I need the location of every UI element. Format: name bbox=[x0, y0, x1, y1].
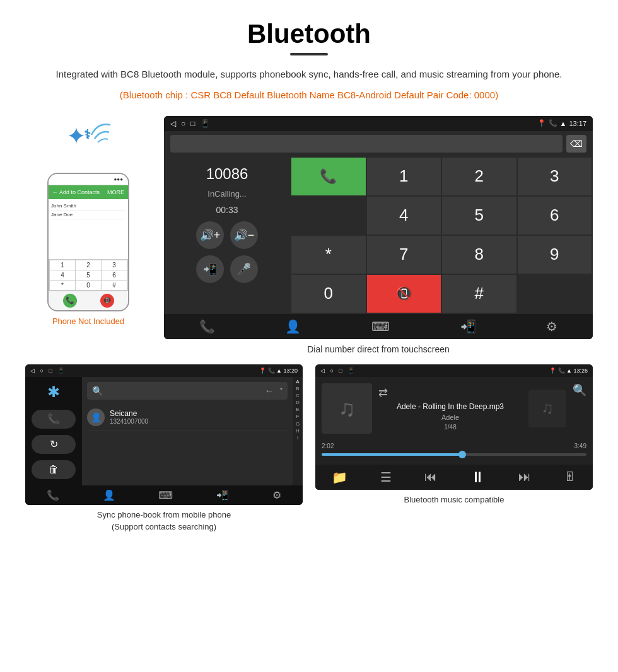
main-content: ✦ ⚕ ●●● ← Add to Contacts MORE Jo bbox=[25, 116, 593, 354]
music-note-icon: ♫ bbox=[339, 395, 356, 422]
nav-contacts-icon[interactable]: 👤 bbox=[285, 319, 301, 334]
music-next-album-art: ♫ bbox=[528, 390, 566, 427]
recents-icon: □ bbox=[190, 119, 195, 128]
cnav-keypad[interactable]: ⌨ bbox=[158, 489, 173, 501]
contact-name: Seicane bbox=[110, 409, 148, 418]
contacts-phone-icon: 📱 bbox=[57, 368, 64, 374]
dial-btn-row-1: 🔊+ 🔊− bbox=[196, 221, 258, 249]
contacts-back-icon: ◁ bbox=[30, 368, 35, 374]
phone-key-hash: # bbox=[102, 281, 127, 290]
phone-contact-row: John Smith bbox=[51, 202, 125, 211]
key-5[interactable]: 5 bbox=[442, 197, 516, 235]
cnav-contacts[interactable]: 👤 bbox=[103, 489, 115, 501]
key-hash[interactable]: # bbox=[442, 275, 516, 313]
key-7[interactable]: 7 bbox=[367, 236, 441, 274]
call-accept-button[interactable]: 📞 bbox=[291, 158, 366, 195]
phone-mockup: ●●● ← Add to Contacts MORE John Smith Ja… bbox=[47, 173, 129, 311]
nav-settings-icon[interactable]: ⚙ bbox=[546, 319, 557, 334]
alpha-c: C bbox=[296, 392, 300, 399]
music-back-icon: ◁ bbox=[320, 368, 325, 374]
dial-backspace-button[interactable]: ⌫ bbox=[566, 135, 586, 153]
contacts-home-icon: ○ bbox=[40, 368, 44, 374]
cnav-calls[interactable]: 📞 bbox=[47, 489, 59, 501]
shuffle-icon[interactable]: ⇄ bbox=[378, 386, 522, 400]
contacts-sync-btn[interactable]: ↻ bbox=[32, 435, 76, 454]
key-8[interactable]: 8 bbox=[442, 236, 516, 274]
dial-input-field bbox=[170, 135, 563, 153]
dial-bottom-nav: 📞 👤 ⌨ 📲 ⚙ bbox=[164, 314, 593, 339]
music-info-area: ⇄ Adele - Rolling In the Deep.mp3 Adele … bbox=[378, 386, 522, 431]
transfer-button[interactable]: 📲 bbox=[196, 255, 224, 283]
alpha-e: E bbox=[296, 406, 299, 413]
music-time-row: 2:02 3:49 bbox=[322, 443, 586, 449]
key-6[interactable]: 6 bbox=[518, 197, 592, 235]
alpha-d: D bbox=[296, 399, 300, 406]
music-equalizer-icon[interactable]: 🎚 bbox=[564, 470, 576, 484]
contact-avatar: 👤 bbox=[87, 408, 105, 426]
music-next-icon[interactable]: ⏭ bbox=[518, 470, 531, 484]
contacts-body: ✱ 📞 ↻ 🗑 🔍 ← * 👤 bbox=[25, 377, 303, 485]
music-artist: Adele bbox=[378, 414, 522, 421]
nav-keypad-icon[interactable]: ⌨ bbox=[371, 319, 390, 334]
contacts-status-bar: ◁ ○ □ 📱 📍 📞 ▲ 13:20 bbox=[25, 364, 303, 377]
music-location-icon: 📍 bbox=[549, 368, 556, 374]
bottom-row: ◁ ○ □ 📱 📍 📞 ▲ 13:20 ✱ 📞 bbox=[25, 364, 593, 533]
key-0[interactable]: 0 bbox=[291, 275, 366, 313]
dial-android-screen: ◁ ○ □ 📱 📍 📞 ▲ 13:17 ⌫ bbox=[164, 116, 593, 339]
phone-green-bar: ← Add to Contacts MORE bbox=[49, 185, 128, 199]
dial-call-status: InCalling... bbox=[207, 189, 246, 199]
music-progress-bar[interactable] bbox=[322, 453, 586, 456]
phone-top-bar: ●●● bbox=[49, 174, 128, 185]
phone-contact-area: John Smith Jane Doe bbox=[49, 199, 128, 259]
nav-calls-icon[interactable]: 📞 bbox=[199, 319, 215, 334]
music-phone-icon: 📱 bbox=[347, 368, 354, 374]
volume-down-button[interactable]: 🔊− bbox=[230, 221, 258, 249]
key-9[interactable]: 9 bbox=[518, 236, 592, 274]
music-time-total: 3:49 bbox=[574, 443, 586, 449]
cnav-transfer[interactable]: 📲 bbox=[216, 489, 229, 501]
music-list-icon[interactable]: ☰ bbox=[380, 470, 392, 485]
volume-up-button[interactable]: 🔊+ bbox=[196, 221, 224, 249]
contacts-alpha-index: A B C D E F G H I bbox=[293, 377, 303, 485]
music-play-icon[interactable]: ⏸ bbox=[470, 468, 486, 486]
contact-list-item[interactable]: 👤 Seicane 13241007000 bbox=[87, 405, 288, 431]
music-call-status-icon: 📞 bbox=[558, 368, 565, 374]
contacts-delete-btn[interactable]: 🗑 bbox=[32, 460, 76, 479]
star-icon: * bbox=[280, 387, 283, 394]
music-prev-icon[interactable]: ⏮ bbox=[424, 470, 437, 484]
contacts-bottom-nav: 📞 👤 ⌨ 📲 ⚙ bbox=[25, 485, 303, 505]
key-4[interactable]: 4 bbox=[367, 197, 441, 235]
call-end-button[interactable]: 📵 bbox=[367, 275, 441, 313]
music-search-icon[interactable]: 🔍 bbox=[573, 383, 586, 397]
title-underline bbox=[290, 53, 328, 55]
dial-status-bar: ◁ ○ □ 📱 📍 📞 ▲ 13:17 bbox=[164, 116, 593, 131]
music-time: 13:26 bbox=[573, 368, 588, 374]
page-title: Bluetooth bbox=[25, 19, 593, 49]
mute-button[interactable]: 🎤 bbox=[230, 255, 258, 283]
contacts-call-btn[interactable]: 📞 bbox=[32, 410, 76, 429]
key-star[interactable]: * bbox=[291, 236, 366, 274]
phone-contact-row: Jane Doe bbox=[51, 211, 125, 219]
contacts-call-icon: 📞 bbox=[268, 368, 275, 374]
dial-btn-row-2: 📲 🎤 bbox=[196, 255, 258, 283]
contacts-caption-line2: (Support contacts searching) bbox=[112, 522, 216, 531]
key-3[interactable]: 3 bbox=[518, 158, 592, 195]
cnav-settings[interactable]: ⚙ bbox=[272, 489, 281, 501]
nav-transfer-icon[interactable]: 📲 bbox=[460, 319, 476, 334]
phone-not-included-label: Phone Not Included bbox=[52, 316, 124, 326]
back-arrow-icon: ← bbox=[265, 386, 274, 396]
phone-key-4: 4 bbox=[50, 270, 75, 280]
music-folder-icon[interactable]: 📁 bbox=[332, 470, 347, 485]
dial-screen-wrap: ◁ ○ □ 📱 📍 📞 ▲ 13:17 ⌫ bbox=[164, 116, 593, 354]
contacts-search-bar[interactable]: 🔍 ← * bbox=[87, 382, 288, 400]
key-1[interactable]: 1 bbox=[367, 158, 441, 195]
contacts-main: 🔍 ← * 👤 Seicane 13241007000 bbox=[82, 377, 303, 485]
music-android-screen: ◁ ○ □ 📱 📍 📞 ▲ 13:26 ♫ bbox=[315, 364, 593, 490]
music-nav-icons: ◁ ○ □ 📱 bbox=[320, 368, 354, 374]
description-text: Integrated with BC8 Bluetooth module, su… bbox=[25, 67, 593, 82]
phone-icon-status: 📱 bbox=[201, 119, 210, 128]
contact-info: Seicane 13241007000 bbox=[110, 409, 148, 425]
music-wifi-icon: ▲ bbox=[566, 368, 572, 374]
alpha-f: F bbox=[296, 413, 300, 420]
key-2[interactable]: 2 bbox=[442, 158, 516, 195]
